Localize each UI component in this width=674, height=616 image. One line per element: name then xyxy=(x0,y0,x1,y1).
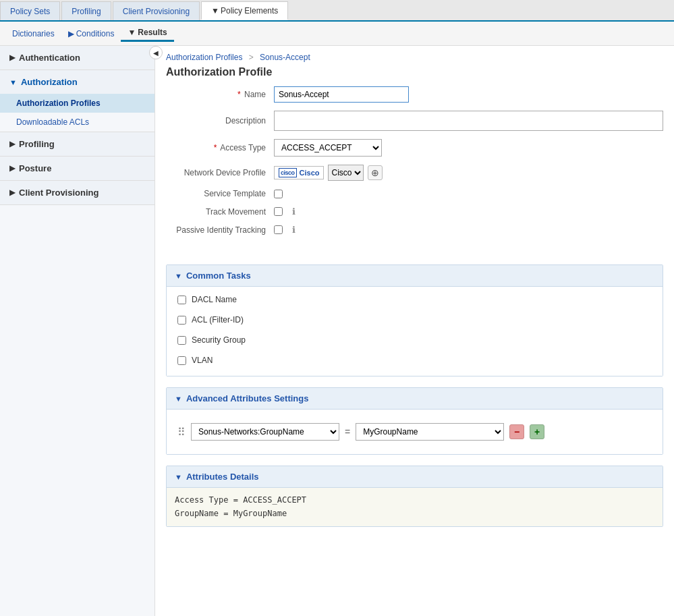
access-type-label: * Access Type xyxy=(166,143,274,152)
sidebar-collapse-button[interactable]: ◀ xyxy=(149,46,163,59)
cisco-badge: cisco Cisco xyxy=(274,166,324,179)
access-type-select[interactable]: ACCESS_ACCEPT ACCESS_REJECT xyxy=(274,139,382,157)
expand-icon-client-provisioning: ▶ xyxy=(9,188,15,197)
track-movement-checkbox-row: ℹ xyxy=(274,206,296,217)
sidebar-section-posture: ▶ Posture xyxy=(0,157,155,181)
breadcrumb-parent-link[interactable]: Authorization Profiles xyxy=(166,53,245,62)
attribute-key-select[interactable]: Sonus-Networks:GroupName xyxy=(191,423,339,441)
drag-handle-icon[interactable]: ⠿ xyxy=(177,426,186,439)
network-device-dropdown[interactable]: Cisco xyxy=(328,165,364,181)
sidebar-header-posture[interactable]: ▶ Posture xyxy=(0,157,155,180)
sidebar: ◀ ▶ Authentication ▼ Authorization Autho… xyxy=(0,46,155,616)
attribute-value-select[interactable]: MyGroupName xyxy=(356,423,504,441)
content-area: Authorization Profiles > Sonus-Accept Au… xyxy=(155,46,674,616)
attributes-details-section: ▼ Attributes Details Access Type = ACCES… xyxy=(166,466,663,527)
vlan-label: VLAN xyxy=(192,356,213,365)
expand-icon-authentication: ▶ xyxy=(9,53,15,62)
nav-conditions[interactable]: ▶ Conditions xyxy=(61,26,121,41)
common-tasks-collapse-icon: ▼ xyxy=(175,272,182,280)
acl-filter-id-label: ACL (Filter-ID) xyxy=(192,315,244,325)
sidebar-section-authorization: ▼ Authorization Authorization Profiles D… xyxy=(0,70,155,132)
form-row-description: Description xyxy=(166,111,663,131)
collapse-icon: ◀ xyxy=(153,49,159,57)
breadcrumb: Authorization Profiles > Sonus-Accept xyxy=(155,46,674,66)
attributes-details-header[interactable]: ▼ Attributes Details xyxy=(167,466,663,488)
remove-attribute-button[interactable]: − xyxy=(509,424,524,439)
sidebar-header-client-provisioning[interactable]: ▶ Client Provisioning xyxy=(0,181,155,204)
common-tasks-content: DACL Name ACL (Filter-ID) Security Group… xyxy=(167,287,663,376)
sidebar-item-downloadable-acls[interactable]: Downloadable ACLs xyxy=(0,113,155,132)
tab-profiling[interactable]: Profiling xyxy=(61,1,111,20)
service-template-checkbox-row xyxy=(274,190,288,198)
form-row-passive-identity-tracking: Passive Identity Tracking ℹ xyxy=(166,225,663,235)
expand-icon-profiling: ▶ xyxy=(9,140,15,148)
attributes-details-content: Access Type = ACCESS_ACCEPT GroupName = … xyxy=(167,488,663,526)
conditions-arrow-icon: ▶ xyxy=(68,29,74,38)
common-tasks-header[interactable]: ▼ Common Tasks xyxy=(167,265,663,287)
nav-dictionaries[interactable]: Dictionaries xyxy=(5,26,61,41)
form-section: * Name Description * Access Type A xyxy=(155,86,674,254)
sidebar-header-authentication[interactable]: ▶ Authentication xyxy=(0,46,155,69)
nav-results[interactable]: ▼ Results xyxy=(121,25,173,42)
security-group-checkbox[interactable] xyxy=(177,336,186,345)
dacl-name-checkbox[interactable] xyxy=(177,296,186,304)
track-movement-checkbox[interactable] xyxy=(274,207,283,216)
dacl-name-label: DACL Name xyxy=(192,295,237,304)
form-row-network-device-profile: Network Device Profile cisco Cisco Cisco… xyxy=(166,165,663,181)
security-group-label: Security Group xyxy=(192,335,246,345)
dropdown-arrow-icon: ▼ xyxy=(211,6,219,16)
network-device-profile-label: Network Device Profile xyxy=(166,168,274,177)
track-movement-label: Track Movement xyxy=(166,207,274,217)
service-template-label: Service Template xyxy=(166,189,274,198)
cisco-logo: cisco xyxy=(279,168,297,177)
description-label: Description xyxy=(166,116,274,125)
cisco-label: Cisco xyxy=(300,169,320,177)
common-tasks-section: ▼ Common Tasks DACL Name ACL (Filter-ID)… xyxy=(166,264,663,376)
attribute-row: ⠿ Sonus-Networks:GroupName = MyGroupName… xyxy=(177,418,652,446)
advanced-attributes-content: ⠿ Sonus-Networks:GroupName = MyGroupName… xyxy=(167,410,663,454)
passive-identity-tracking-checkbox-row: ℹ xyxy=(274,225,296,235)
add-attribute-button[interactable]: + xyxy=(530,424,544,439)
passive-identity-tracking-checkbox[interactable] xyxy=(274,225,283,234)
description-input[interactable] xyxy=(274,111,663,131)
service-template-checkbox[interactable] xyxy=(274,190,283,198)
track-movement-info-icon[interactable]: ℹ xyxy=(292,206,296,217)
tab-policy-elements[interactable]: ▼ Policy Elements xyxy=(201,1,288,20)
network-device-profile-control: cisco Cisco Cisco ⊕ xyxy=(274,165,383,181)
task-acl-filter-id: ACL (Filter-ID) xyxy=(177,315,652,325)
sidebar-item-authorization-profiles[interactable]: Authorization Profiles xyxy=(0,94,155,113)
acl-filter-id-checkbox[interactable] xyxy=(177,316,186,325)
globe-button[interactable]: ⊕ xyxy=(368,165,383,180)
top-nav: Policy Sets Profiling Client Provisionin… xyxy=(0,0,674,22)
sidebar-header-profiling[interactable]: ▶ Profiling xyxy=(0,132,155,156)
expand-icon-posture: ▶ xyxy=(9,164,15,173)
task-dacl-name: DACL Name xyxy=(177,295,652,304)
passive-identity-tracking-label: Passive Identity Tracking xyxy=(166,225,274,235)
sidebar-section-profiling: ▶ Profiling xyxy=(0,132,155,157)
sidebar-section-authentication: ▶ Authentication xyxy=(0,46,155,70)
form-row-track-movement: Track Movement ℹ xyxy=(166,206,663,217)
task-security-group: Security Group xyxy=(177,335,652,345)
tab-client-provisioning[interactable]: Client Provisioning xyxy=(113,1,200,20)
tab-policy-sets[interactable]: Policy Sets xyxy=(0,1,60,20)
advanced-attributes-collapse-icon: ▼ xyxy=(175,395,182,403)
sidebar-section-client-provisioning: ▶ Client Provisioning xyxy=(0,181,155,205)
vlan-checkbox[interactable] xyxy=(177,356,186,365)
second-nav: Dictionaries ▶ Conditions ▼ Results xyxy=(0,22,674,46)
main-layout: ◀ ▶ Authentication ▼ Authorization Autho… xyxy=(0,46,674,616)
page-title: Authorization Profile xyxy=(155,66,674,86)
sidebar-header-authorization[interactable]: ▼ Authorization xyxy=(0,70,155,94)
advanced-attributes-header[interactable]: ▼ Advanced Attributes Settings xyxy=(167,388,663,410)
attr-detail-line-1: Access Type = ACCESS_ACCEPT xyxy=(175,493,654,507)
advanced-attributes-section: ▼ Advanced Attributes Settings ⠿ Sonus-N… xyxy=(166,387,663,455)
form-row-access-type: * Access Type ACCESS_ACCEPT ACCESS_REJEC… xyxy=(166,139,663,157)
results-arrow-icon: ▼ xyxy=(128,28,136,37)
attr-detail-line-2: GroupName = MyGroupName xyxy=(175,507,654,520)
passive-identity-info-icon[interactable]: ℹ xyxy=(292,225,296,235)
breadcrumb-current: Sonus-Accept xyxy=(260,53,310,62)
breadcrumb-separator: > xyxy=(249,53,254,62)
attribute-equals-sign: = xyxy=(345,426,350,437)
name-input[interactable] xyxy=(274,86,409,103)
form-row-name: * Name xyxy=(166,86,663,103)
task-vlan: VLAN xyxy=(177,356,652,365)
